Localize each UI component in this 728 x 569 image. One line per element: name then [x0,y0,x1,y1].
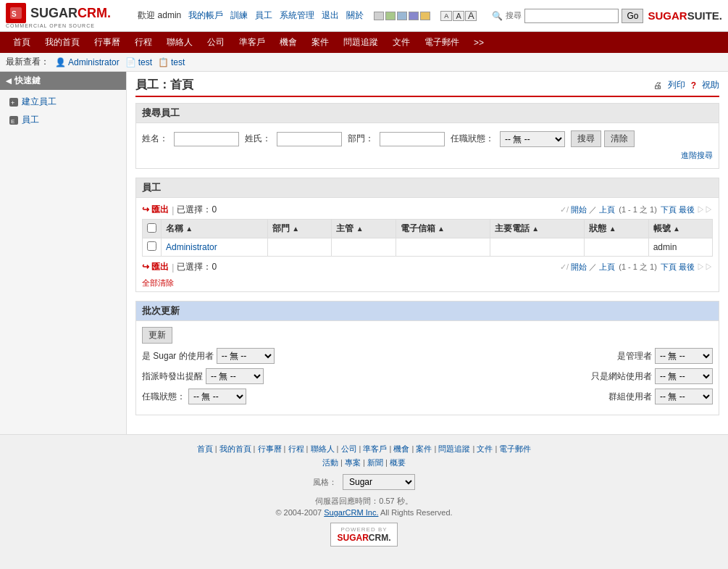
nav-my-home[interactable]: 我的首頁 [38,32,87,53]
nav-first-top[interactable]: 開始 [571,205,587,214]
recent-item-administrator[interactable]: 👤 Administrator [55,57,120,67]
nav-prev-bottom[interactable]: 上頁 [599,262,615,271]
nav-leads[interactable]: 準客戶 [232,32,272,53]
clear-all-link[interactable]: 全部清除 [142,278,713,288]
nav-home[interactable]: 首頁 [6,32,38,53]
clear-button[interactable]: 清除 [604,130,635,147]
sidebar-item-create-employee[interactable]: + 建立員工 [0,93,126,111]
top-bar-right: 🔍 搜尋 Go SUGARSUITE. [492,9,722,23]
export-link-bottom[interactable]: 匯出 [142,261,169,273]
sort-arrow-dept[interactable]: ▲ [292,225,299,233]
sort-arrow-mgr[interactable]: ▲ [356,225,364,233]
footer-link-bugs[interactable]: 問題追蹤 [438,444,470,453]
status-select[interactable]: -- 無 -- [500,131,565,147]
update-button[interactable]: 更新 [142,327,172,344]
footer-link-activities[interactable]: 行程 [288,444,304,453]
go-button[interactable]: Go [622,9,643,23]
footer-link-accounts[interactable]: 公司 [341,444,357,453]
nav-last-top[interactable]: 最後 [679,205,695,214]
footer-link-cases[interactable]: 案件 [416,444,432,453]
sugarcrm-link[interactable]: SugarCRM Inc. [324,508,378,517]
style-select[interactable]: Sugar [343,474,415,490]
nav-calendar[interactable]: 行事曆 [87,32,127,53]
sugarcrm-logo-svg: S [9,6,23,20]
search-input[interactable] [524,9,619,23]
create-employee-label: 建立員工 [22,96,57,108]
update-btn-area: 更新 [142,327,713,344]
row-checkbox[interactable] [147,241,156,251]
nav-prev-top[interactable]: 上頁 [599,205,615,214]
row-phone-cell [490,238,584,257]
nav-contacts[interactable]: 聯絡人 [159,32,200,53]
footer-link-my-home[interactable]: 我的首頁 [219,444,251,453]
sort-arrow-phone[interactable]: ▲ [532,225,539,233]
web-user-select[interactable]: -- 無 -- [655,368,713,384]
advanced-search-link[interactable]: 進階搜尋 [681,151,713,159]
nav-next-top[interactable]: 下頁 [661,205,677,214]
admin-link[interactable]: 系統管理 [277,9,317,22]
color-box-3[interactable] [397,12,407,20]
nav-cases[interactable]: 案件 [304,32,336,53]
color-box-1[interactable] [374,12,384,20]
sort-arrow-name[interactable]: ▲ [185,225,193,233]
group-user-select[interactable]: -- 無 -- [655,389,713,404]
sidebar-item-employees[interactable]: E 員工 [0,111,126,129]
print-link[interactable]: 列印 [668,79,685,91]
nav-more[interactable]: >> [466,33,491,52]
nav-last-bottom[interactable]: 最後 [679,262,695,271]
color-box-5[interactable] [420,12,430,20]
footer-link-documents[interactable]: 文件 [477,444,493,453]
nav-documents[interactable]: 文件 [385,32,417,53]
about-link[interactable]: 關於 [343,9,367,22]
sort-arrow-username[interactable]: ▲ [673,225,680,233]
footer-link-overview[interactable]: 概要 [390,458,406,467]
nav-slash-top: ／ [589,205,597,214]
reminder-select[interactable]: -- 無 -- [206,368,264,384]
help-link[interactable]: 祝助 [702,79,719,91]
export-link-top[interactable]: 匯出 [142,204,169,216]
nav-next-bottom[interactable]: 下頁 [661,262,677,271]
separator-1: | [172,205,174,215]
training-link[interactable]: 訓練 [227,9,251,22]
footer-link-projects[interactable]: 專案 [345,458,361,467]
font-a-small[interactable]: A [440,11,452,21]
sidebar-header[interactable]: ◀ 快速鍵 [0,72,126,90]
logout-link[interactable]: 退出 [319,9,342,22]
last-name-input[interactable] [277,132,342,146]
color-box-2[interactable] [385,12,396,20]
first-name-input[interactable] [174,132,239,146]
color-box-4[interactable] [409,12,419,20]
nav-accounts[interactable]: 公司 [200,32,232,53]
create-employee-icon: + [9,97,19,107]
my-account-link[interactable]: 我的帳戶 [185,9,226,22]
nav-activities[interactable]: 行程 [127,32,159,53]
footer-link-contacts[interactable]: 聯絡人 [311,444,335,453]
footer-link-email[interactable]: 電子郵件 [499,444,531,453]
font-a-large[interactable]: A [465,11,477,21]
footer-link-leads[interactable]: 準客戶 [363,444,387,453]
employees-link[interactable]: 員工 [252,9,275,22]
emp-status-select[interactable]: -- 無 -- [188,389,246,404]
font-a-med[interactable]: A [453,11,464,21]
col-status-header: 狀態 ▲ [585,220,648,238]
nav-first-bottom[interactable]: 開始 [571,262,587,271]
footer-link-news[interactable]: 新聞 [367,458,383,467]
nav-opportunities[interactable]: 機會 [272,32,304,53]
department-input[interactable] [380,132,445,146]
footer-link-calendar[interactable]: 行事曆 [258,444,282,453]
footer-link-opportunities[interactable]: 機會 [393,444,409,453]
recent-label: 最新查看： [6,56,49,68]
search-button[interactable]: 搜尋 [571,130,601,147]
is-admin-select[interactable]: -- 無 -- [655,348,713,364]
recent-item-test1[interactable]: 📄 test [125,57,152,67]
select-all-checkbox[interactable] [147,223,156,233]
sugar-user-select[interactable]: -- 無 -- [217,348,275,364]
nav-bugs[interactable]: 問題追蹤 [336,32,385,53]
sort-arrow-status[interactable]: ▲ [609,225,616,233]
row-name-link[interactable]: Administrator [166,242,217,252]
recent-item-test2[interactable]: 📋 test [158,57,185,67]
nav-email[interactable]: 電子郵件 [417,32,466,53]
footer-link-home[interactable]: 首頁 [197,444,213,453]
footer-link-activities2[interactable]: 活動 [322,458,338,467]
sort-arrow-email[interactable]: ▲ [438,225,445,233]
